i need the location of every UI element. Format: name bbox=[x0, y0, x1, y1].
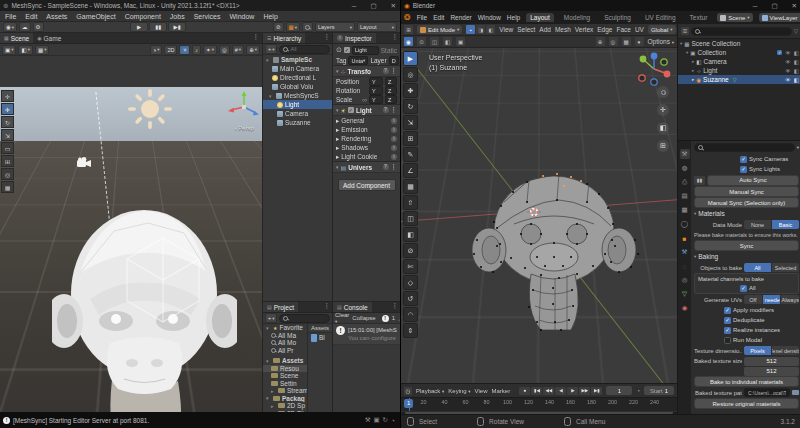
uvs-off[interactable]: Off bbox=[744, 295, 762, 304]
annotate-tool-icon[interactable]: ✎ bbox=[403, 147, 418, 162]
pan-hand-icon[interactable]: ✛ bbox=[657, 104, 669, 116]
timeline-ruler[interactable]: 20406080100120140160180200220240 1 bbox=[401, 397, 677, 411]
xray-toggle-icon[interactable]: ▩ bbox=[622, 37, 631, 46]
material-tab-icon[interactable]: ◉ bbox=[680, 303, 690, 313]
baked-size-y-field[interactable]: 512 bbox=[744, 367, 799, 376]
transform-orientation-dropdown[interactable]: Global▾ bbox=[648, 25, 676, 34]
keying-menu[interactable]: Keying ▾ bbox=[448, 388, 470, 394]
services-gear-button[interactable]: ⚙ bbox=[33, 22, 44, 32]
hierarchy-item-scene[interactable]: ▾SampleSc bbox=[263, 55, 332, 64]
mode-dropdown[interactable]: Edit Mode▾ bbox=[417, 25, 462, 34]
close-icon[interactable]: ✕ bbox=[391, 2, 396, 10]
rotation-y-field[interactable]: Y bbox=[369, 86, 383, 95]
menu-window[interactable]: Window bbox=[230, 13, 255, 20]
console-collapse-button[interactable]: Collapse bbox=[352, 315, 375, 321]
object-tab-icon[interactable]: ■ bbox=[680, 233, 690, 243]
light-section-rendering[interactable]: ▸Renderingi bbox=[333, 134, 400, 143]
disable-render-icon[interactable]: ◧ bbox=[794, 59, 799, 65]
view-menu[interactable]: View bbox=[475, 388, 488, 394]
menu-services[interactable]: Services bbox=[194, 13, 221, 20]
record-icon[interactable]: ⏺ bbox=[519, 387, 530, 395]
console-info-badge-icon[interactable]: ! bbox=[382, 315, 389, 322]
menu-file[interactable]: File bbox=[417, 14, 427, 21]
tab-hierarchy[interactable]: ☰Hierarchy bbox=[263, 33, 305, 43]
manual-sync-selection-button[interactable]: Manual Sync (Selection only) bbox=[694, 197, 799, 208]
edge-select-icon[interactable]: ◨ bbox=[476, 25, 485, 34]
light-section-emission[interactable]: ▸Emissioni bbox=[333, 125, 400, 134]
shading-mode-dropdown[interactable]: ◑▾ bbox=[150, 45, 163, 55]
workspace-tab-uv-editing[interactable]: UV Editing bbox=[641, 13, 680, 22]
menu-select[interactable]: Select bbox=[517, 26, 535, 33]
show-gizmo-icon[interactable]: ⊕ bbox=[596, 37, 605, 46]
hierarchy-item-meshsync-server[interactable]: ▾MeshSyncS bbox=[263, 91, 332, 100]
light-section-general[interactable]: ▸Generali bbox=[333, 116, 400, 125]
layout-dropdown[interactable]: Layout▾ bbox=[357, 22, 397, 32]
use-preview-range-icon[interactable]: ◔ bbox=[636, 388, 640, 394]
grid-visibility-dropdown[interactable]: #▾ bbox=[232, 45, 244, 55]
hierarchy-item-suzanne[interactable]: Suzanne bbox=[263, 118, 332, 127]
folder-settings[interactable]: Settin bbox=[263, 380, 307, 388]
hierarchy-item-global-volume[interactable]: Global Volu bbox=[263, 82, 332, 91]
show-overlays-icon[interactable]: ◎ bbox=[609, 37, 618, 46]
light-section-light-cookie[interactable]: ▸Light Cookiei bbox=[333, 152, 400, 161]
unity-scene-viewport[interactable]: ‹ Persp ✛ ✚ ↻ ⇲ ▭ ⊞ ◎ ▦ bbox=[0, 87, 262, 428]
panel-menu-icon[interactable]: ⋮ bbox=[253, 33, 263, 43]
status-progress-icon[interactable]: ◔ bbox=[391, 417, 395, 424]
deduplicate-checkbox[interactable]: ✓ bbox=[724, 317, 731, 324]
effects-dropdown[interactable]: ✦▾ bbox=[203, 45, 217, 55]
realize-instances-checkbox[interactable]: ✓ bbox=[724, 327, 731, 334]
menu-assets[interactable]: Assets bbox=[46, 13, 67, 20]
favorite-all-materials[interactable]: All Ma bbox=[263, 332, 307, 340]
timeline-editor-dropdown[interactable]: ◷ bbox=[404, 387, 412, 395]
playhead-frame-badge[interactable]: 1 bbox=[404, 399, 413, 408]
panel-menu-icon[interactable]: ⋮ bbox=[392, 33, 401, 43]
restore-materials-button[interactable]: Restore original materials bbox=[694, 398, 799, 409]
visibility-toggle[interactable]: ◎ bbox=[219, 45, 230, 55]
outliner-scene-collection[interactable]: ▾▦Scene Collection bbox=[678, 39, 800, 48]
blender-logo-icon[interactable]: ❂ bbox=[404, 13, 411, 22]
annotate-layer-icon[interactable]: ▣ bbox=[456, 37, 465, 46]
select-box-tool-icon[interactable]: ▶ bbox=[403, 51, 418, 66]
rotation-z-field[interactable]: Z bbox=[385, 86, 397, 95]
smooth-tool-icon[interactable]: ◠ bbox=[403, 307, 418, 322]
scene-audio-toggle[interactable]: ♪ bbox=[192, 45, 201, 55]
camera-settings-dropdown[interactable]: ⊕▾ bbox=[246, 45, 260, 55]
light-component-header[interactable]: ▾ ☀ ✓ Light ?⋮ bbox=[333, 104, 400, 116]
add-component-button[interactable]: Add Component bbox=[338, 179, 396, 191]
render-tab-icon[interactable]: ◍ bbox=[680, 163, 690, 173]
menu-uv[interactable]: UV bbox=[635, 26, 644, 33]
scale-tool-icon[interactable]: ⇲ bbox=[403, 115, 418, 130]
particles-tab-icon[interactable]: ◌ bbox=[680, 261, 690, 271]
pause-button[interactable]: ▮▮ bbox=[149, 22, 167, 32]
maximize-icon[interactable]: ▢ bbox=[771, 2, 777, 10]
tool-handle-pivot-dropdown[interactable]: ▣▾ bbox=[2, 45, 16, 55]
universal-light-data-header[interactable]: ▾ ▤ Univers ?⋮ bbox=[333, 161, 400, 173]
apply-modifiers-checkbox[interactable]: ✓ bbox=[724, 307, 731, 314]
physics-tab-icon[interactable]: ◎ bbox=[680, 275, 690, 285]
dimension-texel-density[interactable]: Texel density bbox=[772, 346, 799, 355]
bake-individual-button[interactable]: Bake to individual materials bbox=[694, 376, 799, 387]
panel-menu-icon[interactable]: ⋮ bbox=[324, 33, 333, 43]
create-button[interactable]: +▾ bbox=[265, 313, 277, 323]
play-icon[interactable]: ▶ bbox=[567, 387, 578, 395]
scene-lighting-toggle[interactable]: ☀ bbox=[179, 45, 190, 55]
shading-solid-icon[interactable]: ● bbox=[635, 37, 644, 46]
sync-button[interactable]: Sync bbox=[694, 240, 799, 251]
hierarchy-item-camera[interactable]: Camera bbox=[263, 109, 332, 118]
tab-inspector[interactable]: iInspector bbox=[333, 33, 376, 43]
folder-browse-icon[interactable] bbox=[792, 390, 799, 395]
menu-help[interactable]: Help bbox=[263, 13, 277, 20]
loop-cut-tool-icon[interactable]: ⊘ bbox=[403, 243, 418, 258]
properties-search-input[interactable] bbox=[694, 143, 795, 152]
menu-edit[interactable]: Edit bbox=[433, 14, 444, 21]
search-button[interactable] bbox=[302, 22, 313, 32]
create-button[interactable]: +▾ bbox=[265, 44, 277, 54]
package-2d-sprite[interactable]: ▸2D Sp bbox=[263, 402, 307, 410]
packages-group[interactable]: ▾Packag bbox=[263, 395, 307, 403]
hide-eye-icon[interactable]: 👁 bbox=[785, 68, 791, 74]
position-y-field[interactable]: Y bbox=[369, 77, 383, 86]
output-tab-icon[interactable]: ⎙ bbox=[680, 177, 690, 187]
collection-checkbox[interactable]: ✓ bbox=[777, 50, 782, 55]
outliner-suzanne[interactable]: ▸◉Suzanne▽👁◧ bbox=[678, 75, 800, 84]
close-icon[interactable]: ✕ bbox=[792, 2, 797, 10]
